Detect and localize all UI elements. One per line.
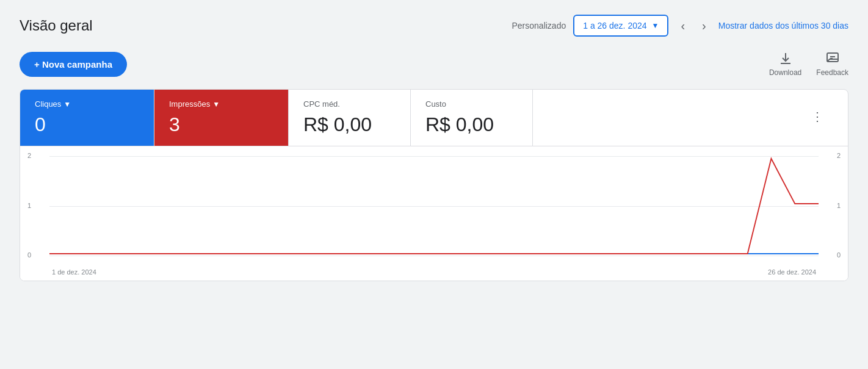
x-labels: 1 de dez. 2024 26 de dez. 2024 xyxy=(49,268,819,276)
cpc-label: CPC méd. xyxy=(303,99,396,109)
chart-svg xyxy=(49,156,819,256)
toolbar-actions: Download Feedback xyxy=(769,51,848,77)
page-container: Visão geral Personalizado 1 a 26 dez. 20… xyxy=(0,0,868,369)
more-options-button[interactable]: ⋮ xyxy=(806,104,828,129)
red-line xyxy=(49,159,819,254)
chart-inner: 2 2 1 1 0 0 xyxy=(49,156,819,276)
impressoes-label: Impressões ▼ xyxy=(169,99,273,109)
page-title: Visão geral xyxy=(20,17,93,34)
download-button[interactable]: Download xyxy=(769,51,801,77)
header-controls: Personalizado 1 a 26 dez. 2024 ▼ ‹ › Mos… xyxy=(512,15,849,37)
show-30-days-link[interactable]: Mostrar dados dos últimos 30 dias xyxy=(718,21,848,30)
cliques-value: 0 xyxy=(35,113,139,136)
metrics-row: Cliques ▼ 0 Impressões ▼ 3 CPC méd. R$ 0… xyxy=(20,90,848,146)
custo-label: Custo xyxy=(425,99,518,109)
custo-value: R$ 0,00 xyxy=(425,113,518,136)
prev-date-button[interactable]: ‹ xyxy=(676,16,690,35)
cliques-dropdown-icon: ▼ xyxy=(63,100,71,109)
chart-card: Cliques ▼ 0 Impressões ▼ 3 CPC méd. R$ 0… xyxy=(20,89,848,281)
chart-area: 2 2 1 1 0 0 xyxy=(20,146,848,281)
date-range-label: 1 a 26 dez. 2024 xyxy=(583,21,646,30)
personalizado-label: Personalizado xyxy=(512,21,566,30)
cpc-value: R$ 0,00 xyxy=(303,113,396,136)
metric-cpc: CPC méd. R$ 0,00 xyxy=(289,90,411,146)
new-campaign-label: + Nova campanha xyxy=(34,59,112,70)
chevron-down-icon: ▼ xyxy=(652,21,659,30)
header-row: Visão geral Personalizado 1 a 26 dez. 20… xyxy=(20,15,848,37)
date-range-button[interactable]: 1 a 26 dez. 2024 ▼ xyxy=(573,15,668,37)
y-label-left-0: 0 xyxy=(27,251,31,259)
y-label-left-1: 1 xyxy=(27,202,31,209)
new-campaign-button[interactable]: + Nova campanha xyxy=(20,52,127,77)
toolbar-row: + Nova campanha Download Feedback xyxy=(20,51,848,77)
metric-more-cell: ⋮ xyxy=(533,90,848,146)
download-label: Download xyxy=(769,68,801,77)
download-icon xyxy=(778,51,793,66)
cliques-label: Cliques ▼ xyxy=(35,99,139,109)
y-label-right-2: 2 xyxy=(837,152,841,159)
feedback-label: Feedback xyxy=(816,68,848,77)
impressoes-value: 3 xyxy=(169,113,273,136)
feedback-icon xyxy=(825,51,840,66)
feedback-button[interactable]: Feedback xyxy=(816,51,848,77)
y-label-left-2: 2 xyxy=(27,152,31,159)
prev-arrow-icon: ‹ xyxy=(681,19,685,32)
x-label-start: 1 de dez. 2024 xyxy=(52,268,96,276)
y-label-right-0: 0 xyxy=(837,251,841,259)
next-arrow-icon: › xyxy=(702,19,706,32)
metric-custo: Custo R$ 0,00 xyxy=(411,90,533,146)
next-date-button[interactable]: › xyxy=(697,16,711,35)
impressoes-dropdown-icon: ▼ xyxy=(212,100,220,109)
metric-cliques: Cliques ▼ 0 xyxy=(20,90,154,146)
y-label-right-1: 1 xyxy=(837,202,841,209)
metric-impressoes: Impressões ▼ 3 xyxy=(154,90,289,146)
x-label-end: 26 de dez. 2024 xyxy=(768,268,816,276)
